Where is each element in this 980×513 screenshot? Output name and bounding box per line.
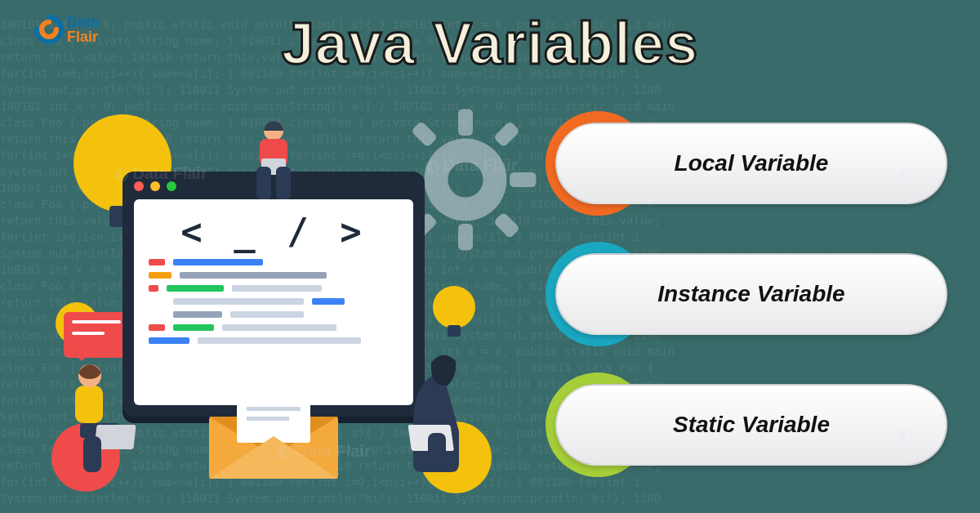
svg-rect-6 <box>411 121 438 148</box>
pill-card: Instance Variable <box>555 253 947 335</box>
pill-card: Local Variable <box>555 123 947 204</box>
svg-rect-9 <box>493 212 520 239</box>
list-item: Instance Variable <box>555 253 947 335</box>
svg-rect-7 <box>493 121 520 148</box>
list-item: Static Variable <box>555 384 947 466</box>
watermark-logo: ◐ Data Flair <box>425 155 518 175</box>
svg-rect-28 <box>247 407 301 411</box>
variable-type-label: Static Variable <box>673 412 830 438</box>
variable-types-list: Local Variable Instance Variable Static … <box>555 123 947 466</box>
list-item: Local Variable <box>555 123 947 204</box>
lightbulb-icon <box>433 286 475 328</box>
person-sitting-left-icon <box>41 351 180 498</box>
watermark-logo: ◐ Data Flair <box>114 163 207 183</box>
pill-card: Static Variable <box>555 384 947 466</box>
page-title: Java Variables <box>0 10 980 77</box>
person-sitting-right-icon <box>351 335 498 498</box>
watermark-logo: ◐ <box>898 163 912 183</box>
svg-rect-24 <box>428 433 446 471</box>
envelope-icon <box>204 392 343 482</box>
svg-rect-13 <box>256 167 271 199</box>
svg-rect-2 <box>458 109 473 136</box>
watermark-logo: ◐ <box>898 425 912 444</box>
code-symbol-text: < _ / > <box>149 211 399 252</box>
svg-rect-14 <box>276 167 291 199</box>
svg-rect-16 <box>75 386 103 423</box>
svg-rect-3 <box>458 224 473 250</box>
svg-rect-20 <box>83 436 101 472</box>
person-sitting-top-icon <box>237 118 310 207</box>
variable-type-label: Instance Variable <box>657 281 844 307</box>
svg-rect-29 <box>247 417 289 421</box>
variable-type-label: Local Variable <box>675 150 829 176</box>
watermark-logo: ◐ Data Flair <box>278 441 371 461</box>
